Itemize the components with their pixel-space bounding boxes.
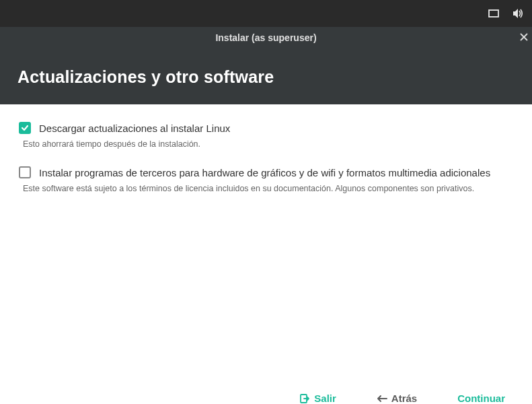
- option-label-download-updates[interactable]: Descargar actualizaciones al instalar Li…: [39, 123, 230, 134]
- footer-buttons: Salir Atrás Continuar: [0, 380, 532, 404]
- page-title: Actualizaciones y otro software: [17, 67, 515, 87]
- window-titlebar: Instalar (as superuser): [0, 27, 532, 48]
- header-area: Actualizaciones y otro software: [0, 48, 532, 104]
- volume-icon[interactable]: [512, 8, 524, 19]
- quit-button[interactable]: Salir: [299, 393, 336, 404]
- arrow-left-icon: [377, 395, 387, 403]
- option-desc-download-updates: Esto ahorrará tiempo después de la insta…: [23, 139, 513, 149]
- installer-window: Instalar (as superuser) Actualizaciones …: [0, 27, 532, 404]
- svg-rect-0: [489, 10, 498, 17]
- continue-label: Continuar: [457, 393, 505, 404]
- option-row: Instalar programas de terceros para hard…: [19, 166, 513, 178]
- back-label: Atrás: [391, 393, 417, 404]
- quit-label: Salir: [314, 393, 336, 404]
- option-third-party: Instalar programas de terceros para hard…: [19, 166, 513, 193]
- exit-icon: [299, 393, 310, 404]
- checkbox-download-updates[interactable]: [19, 122, 31, 134]
- close-icon[interactable]: [520, 32, 528, 43]
- window-restore-icon[interactable]: [488, 9, 500, 18]
- option-desc-third-party: Este software está sujeto a los términos…: [23, 184, 513, 193]
- window-title: Instalar (as superuser): [215, 32, 316, 43]
- back-button[interactable]: Atrás: [377, 393, 417, 404]
- content-area: Descargar actualizaciones al instalar Li…: [0, 104, 532, 380]
- option-label-third-party[interactable]: Instalar programas de terceros para hard…: [39, 167, 490, 178]
- desktop-top-panel: [0, 0, 532, 27]
- continue-button[interactable]: Continuar: [457, 393, 505, 404]
- option-download-updates: Descargar actualizaciones al instalar Li…: [19, 122, 513, 149]
- option-row: Descargar actualizaciones al instalar Li…: [19, 122, 513, 134]
- checkbox-third-party[interactable]: [19, 166, 31, 178]
